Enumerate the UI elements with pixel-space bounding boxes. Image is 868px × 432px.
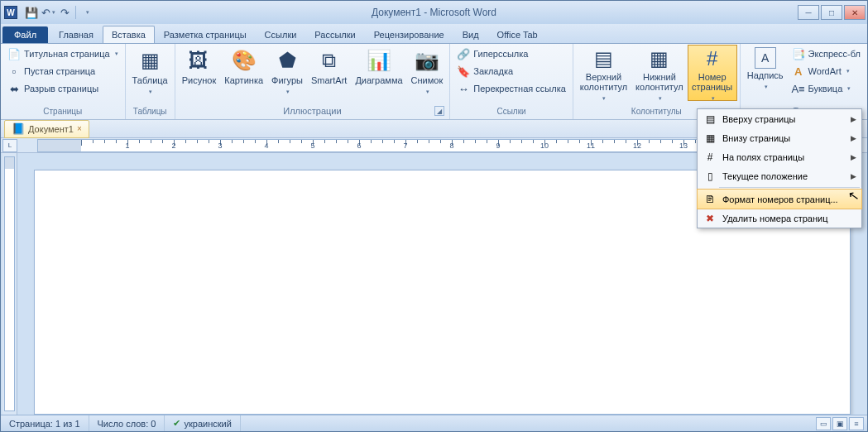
- document-tab-label: Документ1: [28, 124, 74, 134]
- footer-icon: ▦: [646, 47, 673, 70]
- shapes-button[interactable]: ⬟Фигуры▾: [268, 46, 306, 100]
- tab-view[interactable]: Вид: [453, 26, 488, 43]
- page-margins-icon: #: [703, 150, 717, 165]
- chart-icon: 📊: [366, 47, 392, 74]
- textbox-icon: A: [755, 47, 776, 69]
- menu-remove-label: Удалить номера страниц: [722, 214, 828, 223]
- blank-page-button[interactable]: ▫Пустая страница: [4, 63, 122, 79]
- clipart-button[interactable]: 🎨Картинка: [221, 46, 266, 100]
- view-web-layout[interactable]: ≡: [849, 417, 864, 430]
- menu-top-of-page[interactable]: ▤Вверху страницы▶: [698, 109, 861, 128]
- qat-save-button[interactable]: 💾: [24, 5, 39, 20]
- file-tab[interactable]: Файл: [2, 26, 48, 43]
- close-button[interactable]: ✕: [844, 5, 866, 20]
- wordart-label: WordArt: [808, 66, 842, 76]
- vertical-ruler[interactable]: [2, 153, 17, 415]
- screenshot-icon: 📷: [414, 47, 440, 74]
- status-bar: Страница: 1 из 1 Число слов: 0 ✔украинск…: [1, 415, 867, 431]
- ribbon-tabs: Файл Главная Вставка Разметка страницы С…: [1, 24, 867, 44]
- submenu-arrow-icon: ▶: [851, 172, 856, 180]
- page-break-button[interactable]: ⬌Разрыв страницы: [4, 80, 122, 97]
- crossref-label: Перекрестная ссылка: [473, 84, 566, 94]
- menu-format-page-numbers[interactable]: 🖹Формат номеров страниц...: [698, 190, 861, 209]
- bookmark-button[interactable]: 🔖Закладка: [453, 63, 569, 79]
- tab-home[interactable]: Главная: [50, 26, 103, 43]
- word-app-icon: W: [4, 6, 17, 19]
- menu-bottom-of-page[interactable]: ▦Внизу страницы▶: [698, 128, 861, 147]
- express-blocks-button[interactable]: 📑Экспресс-бл: [789, 46, 864, 62]
- qat-undo-button[interactable]: ↶▾: [41, 5, 55, 20]
- crossref-button[interactable]: ↔Перекрестная ссылка: [453, 80, 569, 97]
- status-language-label: украинский: [184, 419, 231, 429]
- shapes-label: Фигуры: [271, 75, 303, 85]
- word-doc-icon: 📘: [12, 122, 25, 136]
- remove-numbers-icon: ✖: [703, 211, 717, 226]
- save-icon: 💾: [25, 6, 38, 19]
- current-position-icon: ▯: [703, 169, 717, 184]
- page-number-icon: #: [699, 47, 726, 70]
- crossref-icon: ↔: [457, 82, 470, 95]
- group-links-label: Ссылки: [453, 105, 569, 118]
- group-pages-label: Страницы: [4, 105, 122, 118]
- tab-office-tab[interactable]: Office Tab: [488, 26, 547, 43]
- smartart-button[interactable]: ⧉SmartArt: [308, 46, 350, 100]
- page-number-menu: ▤Вверху страницы▶ ▦Внизу страницы▶ #На п…: [697, 108, 862, 228]
- redo-icon: ↷: [58, 6, 71, 19]
- picture-icon: 🖼: [185, 47, 212, 74]
- header-button[interactable]: ▤Верхнийколонтитул ▾: [577, 46, 631, 100]
- group-tables: ▦ Таблица▾ Таблицы: [126, 44, 175, 119]
- smartart-icon: ⧉: [316, 47, 343, 74]
- qat-redo-button[interactable]: ↷: [57, 5, 72, 20]
- cover-page-button[interactable]: 📄Титульная страница▾: [4, 46, 122, 62]
- illus-dialog-launcher[interactable]: ◢: [434, 106, 444, 116]
- cover-page-label: Титульная страница: [24, 49, 110, 59]
- chart-button[interactable]: 📊Диаграмма: [352, 46, 405, 100]
- status-word-count[interactable]: Число слов: 0: [89, 415, 165, 431]
- bottom-of-page-icon: ▦: [703, 131, 717, 146]
- menu-current-position-label: Текущее положение: [722, 171, 808, 181]
- table-button[interactable]: ▦ Таблица▾: [129, 46, 171, 100]
- picture-button[interactable]: 🖼Рисунок: [179, 46, 220, 100]
- tab-selector-button[interactable]: L: [2, 139, 17, 152]
- menu-top-of-page-label: Вверху страницы: [722, 114, 795, 124]
- wordart-button[interactable]: AWordArt▾: [789, 63, 864, 79]
- tab-insert[interactable]: Вставка: [103, 26, 155, 43]
- screenshot-button[interactable]: 📷Снимок▾: [408, 46, 447, 100]
- menu-page-margins[interactable]: #На полях страницы▶: [698, 147, 861, 166]
- view-full-screen[interactable]: ▣: [832, 417, 847, 430]
- group-links: 🔗Гиперссылка 🔖Закладка ↔Перекрестная ссы…: [450, 44, 573, 119]
- textbox-button[interactable]: AНадпись▾: [744, 46, 787, 100]
- footer-label: Нижнийколонтитул: [635, 72, 683, 92]
- dropcap-icon: A≡: [792, 82, 805, 95]
- group-tables-label: Таблицы: [129, 105, 171, 118]
- page-break-label: Разрыв страницы: [24, 84, 98, 94]
- qat-customize-button[interactable]: ▾: [79, 5, 94, 20]
- window-title: Документ1 - Microsoft Word: [372, 7, 496, 18]
- dropcap-button[interactable]: A≡Буквица▾: [789, 80, 864, 97]
- menu-current-position[interactable]: ▯Текущее положение▶: [698, 166, 861, 185]
- maximize-button[interactable]: □: [821, 5, 842, 20]
- bookmark-label: Закладка: [473, 66, 513, 76]
- tab-page-layout[interactable]: Разметка страницы: [155, 26, 256, 43]
- view-print-layout[interactable]: ▭: [816, 417, 831, 430]
- bookmark-icon: 🔖: [457, 65, 470, 78]
- hyperlink-button[interactable]: 🔗Гиперссылка: [453, 46, 569, 62]
- clipart-icon: 🎨: [231, 47, 257, 74]
- document-tab-close[interactable]: ×: [77, 124, 82, 133]
- page-number-button[interactable]: #Номерстраницы ▾: [688, 46, 736, 100]
- tab-mailings[interactable]: Рассылки: [305, 26, 364, 43]
- page-break-icon: ⬌: [7, 82, 21, 95]
- minimize-button[interactable]: ─: [798, 5, 819, 20]
- textbox-label: Надпись: [747, 70, 784, 80]
- top-of-page-icon: ▤: [703, 112, 717, 127]
- format-numbers-icon: 🖹: [703, 192, 717, 207]
- status-page[interactable]: Страница: 1 из 1: [1, 415, 89, 431]
- table-icon: ▦: [137, 47, 163, 74]
- status-language[interactable]: ✔украинский: [165, 415, 240, 431]
- menu-remove-page-numbers[interactable]: ✖Удалить номера страниц: [698, 209, 861, 228]
- document-tab[interactable]: 📘 Документ1 ×: [4, 120, 89, 138]
- smartart-label: SmartArt: [311, 75, 347, 85]
- tab-references[interactable]: Ссылки: [256, 26, 306, 43]
- tab-review[interactable]: Рецензирование: [365, 26, 453, 43]
- footer-button[interactable]: ▦Нижнийколонтитул ▾: [632, 46, 686, 100]
